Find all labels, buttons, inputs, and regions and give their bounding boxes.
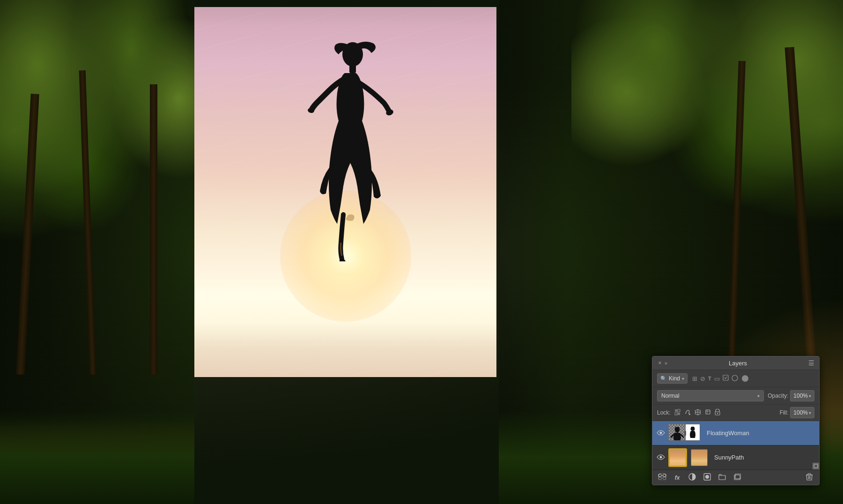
forest-left	[0, 0, 194, 504]
filter-color-icon[interactable]	[732, 375, 738, 383]
svg-rect-11	[706, 410, 710, 414]
blend-mode-label: Normal	[661, 393, 680, 399]
kind-filter-dropdown[interactable]: 🔍 Kind ▾	[657, 373, 688, 384]
blend-mode-arrow: ▾	[757, 393, 760, 399]
blend-opacity-row: Normal ▾ Opacity: 100% ▾	[652, 387, 819, 405]
filter-pixel-icon[interactable]: ⊞	[692, 375, 697, 382]
filter-adjustment-icon[interactable]: ⊘	[700, 375, 705, 382]
kind-filter-label: Kind	[669, 375, 680, 382]
sunny-path-layer-name: SunnyPath	[714, 454, 815, 461]
panel-close-button[interactable]: ×	[657, 360, 663, 366]
tree-trunk-3	[150, 84, 157, 375]
filter-row: 🔍 Kind ▾ ⊞ ⊘ T ▭	[652, 370, 819, 387]
floating-woman-thumb-container	[668, 424, 687, 443]
lock-paint-icon[interactable]	[685, 409, 691, 416]
new-group-button[interactable]	[717, 474, 727, 482]
filter-type-icon[interactable]: T	[708, 376, 711, 381]
floating-woman-mask-thumb	[685, 424, 700, 441]
svg-point-13	[717, 413, 717, 414]
svg-rect-23	[719, 475, 725, 480]
svg-point-22	[705, 475, 709, 479]
fill-number: 100%	[793, 409, 808, 416]
svg-rect-6	[675, 409, 677, 412]
main-canvas	[194, 7, 496, 377]
blend-mode-dropdown[interactable]: Normal ▾	[657, 390, 764, 401]
fx-button[interactable]: fx	[672, 474, 682, 481]
sunny-path-selected-thumb	[668, 448, 687, 467]
svg-rect-1	[349, 65, 356, 73]
layer-row-floating-woman[interactable]: FloatingWoman	[652, 421, 819, 445]
add-adjustment-button[interactable]	[687, 473, 697, 482]
svg-point-10	[689, 414, 690, 415]
floating-woman-layer-name: FloatingWoman	[707, 430, 815, 437]
opacity-value[interactable]: 100% ▾	[790, 390, 814, 401]
filter-smart-icon[interactable]	[723, 375, 729, 382]
lock-icons-group	[674, 409, 720, 417]
panel-toolbar: fx	[652, 470, 819, 485]
layer-visibility-floating[interactable]	[656, 429, 666, 437]
svg-point-14	[660, 431, 662, 434]
fill-arrow: ▾	[809, 410, 811, 415]
sunny-path-thumb	[691, 449, 708, 466]
lock-row: Lock:	[652, 405, 819, 421]
svg-rect-9	[678, 413, 680, 415]
filter-icons-group: ⊞ ⊘ T ▭	[692, 375, 738, 383]
filter-color-dot[interactable]	[742, 375, 748, 382]
panel-titlebar: × » Layers ☰	[652, 356, 819, 370]
opacity-group: Opacity: 100% ▾	[768, 390, 814, 401]
lock-transparent-icon[interactable]	[674, 409, 681, 417]
panel-title: Layers	[725, 360, 751, 367]
panel-menu-button[interactable]: ☰	[808, 359, 814, 367]
link-layers-button[interactable]	[657, 474, 667, 482]
opacity-arrow: ▾	[809, 393, 811, 399]
fill-group: Fill: 100% ▾	[780, 407, 814, 418]
add-mask-button[interactable]	[702, 473, 712, 482]
kind-filter-arrow: ▾	[682, 376, 684, 381]
panel-collapse-button[interactable]: »	[665, 360, 667, 366]
svg-rect-7	[678, 409, 680, 412]
layer-row-sunny-path[interactable]: SunnyPath	[652, 445, 819, 470]
svg-point-16	[660, 456, 662, 458]
svg-rect-4	[723, 375, 728, 380]
layers-panel: × » Layers ☰ 🔍 Kind ▾ ⊞ ⊘ T ▭	[652, 356, 820, 485]
new-layer-button[interactable]	[732, 473, 742, 482]
panel-title-left: × »	[657, 360, 667, 366]
fill-label: Fill:	[780, 409, 789, 416]
opacity-number: 100%	[793, 393, 808, 399]
lock-artboard-icon[interactable]	[705, 409, 711, 416]
svg-rect-8	[675, 413, 677, 415]
lock-all-icon[interactable]	[715, 409, 720, 417]
opacity-label: Opacity:	[768, 393, 788, 399]
delete-layer-button[interactable]	[804, 473, 814, 482]
filter-shape-icon[interactable]: ▭	[714, 375, 720, 382]
svg-point-5	[732, 375, 738, 381]
woman-silhouette	[303, 37, 397, 261]
floating-woman-thumb	[668, 424, 685, 441]
layer-visibility-sunny[interactable]	[656, 453, 666, 462]
lock-move-icon[interactable]	[695, 409, 701, 417]
layers-list: FloatingWoman SunnyP	[652, 421, 819, 470]
layer-thumb-chain	[684, 431, 686, 436]
fill-value[interactable]: 100% ▾	[790, 407, 814, 418]
lock-label: Lock:	[657, 409, 671, 416]
